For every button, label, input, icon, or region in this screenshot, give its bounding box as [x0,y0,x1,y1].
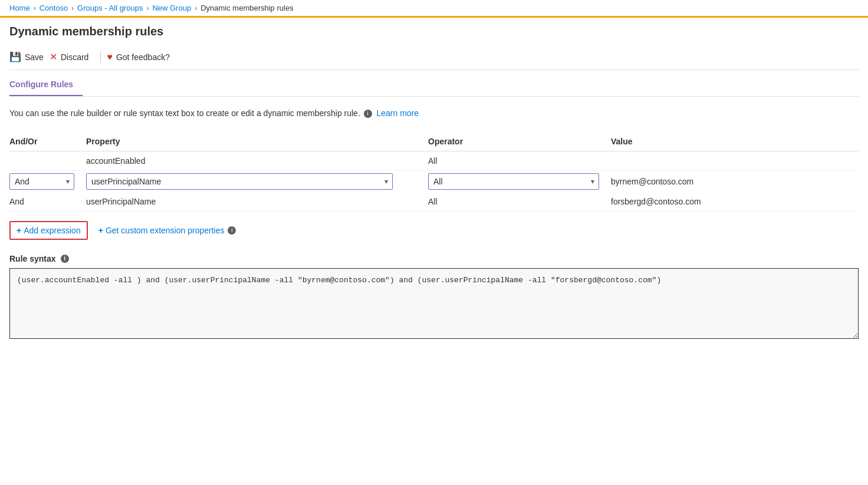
discard-button[interactable]: ✕ Discard [50,49,94,65]
get-custom-button[interactable]: + Get custom extension properties i [93,222,242,239]
discard-label: Discard [61,52,88,62]
active-operator-cell: All Equals Not Equals Contains Not Conta… [428,171,611,193]
col-header-value: Value [611,132,859,151]
toolbar-divider [100,51,101,63]
breadcrumb-new-group[interactable]: New Group [152,4,191,12]
rule-syntax-section: Rule syntax i [9,254,859,341]
rule-syntax-info-icon: i [61,255,69,263]
toolbar: 💾 Save ✕ Discard ♥ Got feedback? [9,44,859,70]
col-header-property: Property [86,132,428,151]
row1-andor [9,151,86,171]
breadcrumb-sep-1: › [34,4,36,12]
add-expression-label: Add expression [24,226,81,235]
rule-syntax-textarea[interactable] [9,268,859,339]
get-custom-label: Get custom extension properties [106,226,225,235]
top-bar: Home › Contoso › Groups - All groups › N… [0,0,868,18]
tabs-bar: Configure Rules [9,75,859,97]
row3-property: userPrincipalName [86,192,428,212]
get-custom-icon: + [98,226,103,235]
learn-more-link[interactable]: Learn more [376,108,419,118]
breadcrumb-home[interactable]: Home [9,4,30,12]
feedback-button[interactable]: ♥ Got feedback? [107,50,176,65]
save-button[interactable]: 💾 Save [9,49,50,65]
col-header-andor: And/Or [9,132,86,151]
page-content: Dynamic membership rules 💾 Save ✕ Discar… [0,18,868,341]
add-expression-icon: + [17,226,21,235]
add-expression-button[interactable]: + Add expression [9,221,88,240]
active-value-cell: byrnem@contoso.com [611,171,859,193]
table-row: And userPrincipalName All forsbergd@cont… [9,192,859,212]
operator-select-wrapper: All Equals Not Equals Contains Not Conta… [428,173,599,190]
breadcrumb-current: Dynamic membership rules [200,4,294,12]
info-icon: i [364,110,372,118]
active-andor-cell: And Or [9,171,86,193]
row1-property: accountEnabled [86,151,428,171]
rule-table: And/Or Property Operator Value accountEn… [9,132,859,212]
rule-syntax-label: Rule syntax i [9,254,859,263]
breadcrumb-sep-2: › [71,4,74,12]
property-select[interactable]: userPrincipalName accountEnabled city co… [86,173,393,190]
active-rule-row: And Or userPrincipalName accountEnabled … [9,171,859,193]
active-value-text: byrnem@contoso.com [611,177,693,186]
main-section: You can use the rule builder or rule syn… [9,97,859,341]
get-custom-info-icon: i [228,226,236,235]
col-header-operator: Operator [428,132,611,151]
actions-row: + Add expression + Get custom extension … [9,221,859,240]
tab-configure-rules[interactable]: Configure Rules [9,75,83,96]
feedback-label: Got feedback? [116,52,170,62]
active-property-cell: userPrincipalName accountEnabled city co… [86,171,428,193]
operator-select[interactable]: All Equals Not Equals Contains Not Conta… [428,173,599,190]
table-row: accountEnabled All [9,151,859,171]
info-text: You can use the rule builder or rule syn… [9,108,859,118]
property-select-wrapper: userPrincipalName accountEnabled city co… [86,173,393,190]
breadcrumb-groups[interactable]: Groups - All groups [77,4,143,12]
andor-select[interactable]: And Or [9,173,74,190]
breadcrumb-sep-3: › [146,4,149,12]
row1-operator: All [428,151,611,171]
row3-andor: And [9,192,86,212]
feedback-icon: ♥ [107,52,113,62]
row3-operator: All [428,192,611,212]
info-text-content: You can use the rule builder or rule syn… [9,108,360,118]
rule-syntax-label-text: Rule syntax [9,254,56,263]
row3-value: forsbergd@contoso.com [611,192,859,212]
discard-icon: ✕ [50,51,57,62]
breadcrumb-sep-4: › [195,4,197,12]
breadcrumb-contoso[interactable]: Contoso [40,4,68,12]
save-label: Save [25,52,44,62]
row1-value [611,151,859,171]
breadcrumb: Home › Contoso › Groups - All groups › N… [9,4,859,12]
andor-select-wrapper: And Or [9,173,74,190]
page-title: Dynamic membership rules [9,18,859,44]
save-icon: 💾 [9,51,21,62]
